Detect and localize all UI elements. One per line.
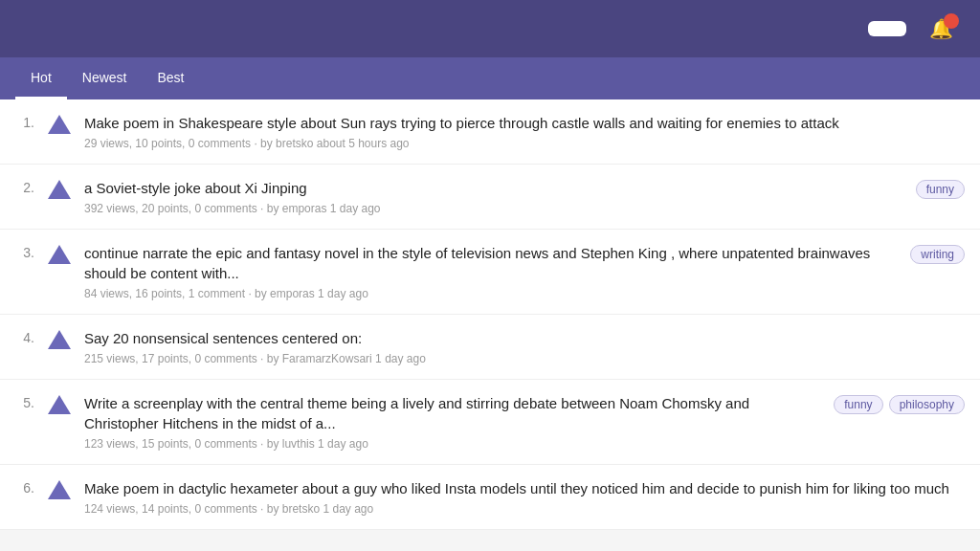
post-title[interactable]: continue narrate the epic and fantasy no… [84,243,899,283]
upvote-button[interactable] [46,178,73,201]
tab-newest[interactable]: Newest [67,57,143,99]
post-title[interactable]: a Soviet-style joke about Xi Jinping [84,178,904,198]
post-title[interactable]: Make poem in dactylic hexameter about a … [84,478,965,498]
upvote-icon [48,480,71,499]
upvote-button[interactable] [46,113,73,136]
tab-best[interactable]: Best [142,57,199,99]
post-tag[interactable]: funny [834,395,882,414]
upvote-button[interactable] [46,328,73,351]
post-item: 5.Write a screenplay with the central th… [0,380,980,465]
upvote-button[interactable] [46,478,73,501]
post-tag[interactable]: funny [916,180,965,199]
post-item: 6.Make poem in dactylic hexameter about … [0,465,980,530]
post-meta: 215 views, 17 points, 0 comments · by Fa… [84,352,965,365]
post-title[interactable]: Write a screenplay with the central them… [84,393,822,433]
post-body: Write a screenplay with the central them… [84,393,822,451]
upvote-icon [48,115,71,134]
post-body: a Soviet-style joke about Xi Jinping392 … [84,178,904,215]
post-number: 5. [15,393,34,410]
post-number: 4. [15,328,34,345]
tab-hot[interactable]: Hot [15,57,67,99]
post-title[interactable]: Make poem in Shakespeare style about Sun… [84,113,965,133]
post-body: continue narrate the epic and fantasy no… [84,243,899,300]
notification-badge [944,13,959,29]
post-number: 2. [15,178,34,195]
nav-tabs: Hot Newest Best [0,57,980,99]
post-body: Say 20 nonsensical sentences centered on… [84,328,965,365]
upvote-icon [48,395,71,414]
signup-button[interactable] [868,21,906,36]
post-tag[interactable]: writing [910,245,965,264]
posts-list: 1.Make poem in Shakespeare style about S… [0,99,980,530]
post-item: 3.continue narrate the epic and fantasy … [0,230,980,315]
upvote-button[interactable] [46,243,73,266]
notification-button[interactable]: 🔔 [922,13,961,44]
post-tags: funnyphilosophy [834,393,965,414]
upvote-icon [48,330,71,349]
post-title[interactable]: Say 20 nonsensical sentences centered on… [84,328,965,348]
post-tag[interactable]: philosophy [889,395,965,414]
post-meta: 392 views, 20 points, 0 comments · by em… [84,202,904,215]
post-item: 1.Make poem in Shakespeare style about S… [0,99,980,165]
post-meta: 123 views, 15 points, 0 comments · by lu… [84,437,822,451]
upvote-button[interactable] [46,393,73,416]
post-item: 2.a Soviet-style joke about Xi Jinping39… [0,165,980,230]
header: 🔔 [0,0,980,57]
post-number: 3. [15,243,34,260]
upvote-icon [48,180,71,199]
login-button[interactable] [826,21,853,36]
post-meta: 124 views, 14 points, 0 comments · by br… [84,502,965,516]
post-body: Make poem in dactylic hexameter about a … [84,478,965,516]
post-number: 6. [15,478,34,496]
post-tags: funny [916,178,965,199]
post-tags: writing [910,243,965,264]
post-number: 1. [15,113,34,130]
post-body: Make poem in Shakespeare style about Sun… [84,113,965,150]
post-item: 4.Say 20 nonsensical sentences centered … [0,315,980,380]
post-meta: 84 views, 16 points, 1 comment · by empo… [84,287,899,300]
post-meta: 29 views, 10 points, 0 comments · by bre… [84,137,965,150]
upvote-icon [48,245,71,264]
